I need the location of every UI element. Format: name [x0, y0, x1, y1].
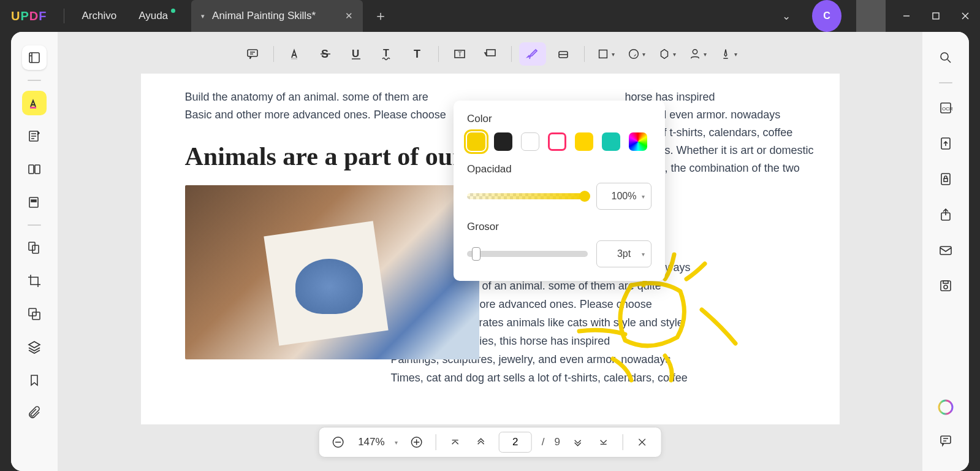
- tab-close-icon[interactable]: ✕: [345, 10, 353, 21]
- next-page-button[interactable]: [568, 432, 588, 453]
- sign-tool[interactable]: ▾: [715, 42, 742, 66]
- first-page-button[interactable]: [445, 432, 466, 453]
- opacity-value[interactable]: 100%▾: [596, 183, 651, 210]
- edit-text-button[interactable]: [22, 124, 47, 148]
- prev-page-button[interactable]: [471, 432, 492, 453]
- caret-icon: ▾: [642, 193, 645, 200]
- swatch-black[interactable]: [494, 132, 512, 151]
- menu-file[interactable]: Archivo: [70, 10, 127, 22]
- zoom-in-button[interactable]: [406, 432, 427, 453]
- caret-icon: ▾: [642, 51, 645, 58]
- app-logo: UPDF: [11, 9, 47, 23]
- zoom-level[interactable]: 147%: [353, 436, 389, 448]
- eraser-tool[interactable]: [550, 42, 577, 66]
- squiggly-tool[interactable]: T: [373, 42, 400, 66]
- tab-title: Animal Painting Skills*: [212, 10, 338, 22]
- thickness-slider[interactable]: [467, 251, 588, 257]
- svg-rect-7: [29, 165, 34, 174]
- share-button[interactable]: [933, 202, 958, 227]
- redact-button[interactable]: [22, 190, 47, 215]
- window-minimize-button[interactable]: [892, 0, 921, 32]
- caret-icon[interactable]: ▾: [395, 439, 398, 446]
- window-close-button[interactable]: [951, 0, 980, 32]
- opacity-slider[interactable]: [467, 193, 588, 199]
- brand-ring-icon[interactable]: [937, 399, 954, 416]
- callout-tool[interactable]: [477, 42, 504, 66]
- zoom-out-button[interactable]: [327, 432, 348, 453]
- strikethrough-tool[interactable]: S: [312, 42, 339, 66]
- svg-rect-38: [487, 50, 495, 56]
- menu-help[interactable]: Ayuda: [127, 10, 179, 22]
- layers-button[interactable]: [22, 335, 47, 359]
- highlighter-tool-button[interactable]: [22, 91, 47, 115]
- slider-thumb[interactable]: [472, 247, 481, 261]
- swatch-pink[interactable]: [548, 132, 566, 151]
- caret-icon: ▾: [704, 51, 707, 58]
- attachment-button[interactable]: [22, 401, 47, 426]
- swatch-teal[interactable]: [602, 132, 620, 151]
- swatch-custom[interactable]: [629, 132, 647, 151]
- reader-mode-button[interactable]: [22, 45, 47, 70]
- svg-rect-8: [35, 165, 40, 174]
- swatch-yellow2[interactable]: [575, 132, 593, 151]
- page-total: 9: [552, 436, 562, 448]
- svg-rect-25: [943, 281, 948, 283]
- ocr-button[interactable]: OCR: [933, 96, 958, 120]
- text-tool[interactable]: T: [404, 42, 431, 66]
- svg-rect-20: [944, 178, 948, 182]
- signature-tool[interactable]: ▾: [684, 42, 711, 66]
- search-button[interactable]: [933, 45, 958, 70]
- left-sidebar: [11, 32, 58, 471]
- titlebar: UPDF Archivo Ayuda ▾ Animal Painting Ski…: [0, 0, 980, 32]
- divider: [511, 46, 512, 62]
- document-canvas[interactable]: S U T T T ▾ ▾ ▾ ▾ ▾ Build the anatomy of…: [58, 32, 922, 471]
- close-bar-button[interactable]: [632, 432, 653, 453]
- color-label: Color: [467, 113, 651, 125]
- stamp-tool[interactable]: ▾: [653, 42, 680, 66]
- highlight-tool[interactable]: [281, 42, 308, 66]
- add-tab-button[interactable]: ＋: [374, 7, 387, 25]
- compare-button[interactable]: [22, 236, 47, 260]
- shapes-tool[interactable]: ▾: [592, 42, 619, 66]
- svg-text:OCR: OCR: [942, 106, 953, 112]
- pencil-tool[interactable]: [519, 42, 546, 66]
- svg-rect-10: [31, 200, 36, 202]
- email-button[interactable]: [933, 238, 958, 262]
- user-avatar[interactable]: C: [812, 0, 841, 32]
- underline-tool[interactable]: U: [343, 42, 370, 66]
- svg-rect-22: [940, 247, 951, 255]
- swatch-yellow[interactable]: [467, 132, 485, 151]
- svg-point-24: [944, 285, 948, 289]
- document-tab[interactable]: ▾ Animal Painting Skills* ✕: [191, 0, 363, 32]
- divider: [273, 46, 274, 62]
- swatch-white[interactable]: [521, 132, 539, 151]
- color-swatches: [467, 132, 651, 151]
- workspace: OCR S U T T T ▾ ▾ ▾ ▾: [11, 32, 969, 471]
- sticker-tool[interactable]: ▾: [623, 42, 650, 66]
- svg-rect-1: [933, 13, 939, 19]
- titlebar-chevron-icon[interactable]: ⌄: [772, 0, 801, 32]
- page-separator: /: [539, 436, 547, 448]
- bookmark-button[interactable]: [22, 368, 47, 392]
- thickness-value[interactable]: 3pt▾: [596, 240, 651, 267]
- page-input[interactable]: 2: [499, 432, 532, 453]
- window-maximize-button[interactable]: [921, 0, 951, 32]
- save-button[interactable]: [933, 274, 958, 298]
- textbox-tool[interactable]: T: [446, 42, 473, 66]
- convert-button[interactable]: [933, 131, 958, 156]
- svg-rect-28: [248, 50, 257, 56]
- tab-chevron-icon: ▾: [201, 12, 205, 20]
- crop-button[interactable]: [22, 269, 47, 293]
- divider: [28, 80, 41, 81]
- opacity-label: Opacidad: [467, 163, 651, 175]
- slider-thumb[interactable]: [579, 191, 590, 202]
- batch-button[interactable]: [22, 302, 47, 326]
- caret-icon: ▾: [612, 51, 615, 58]
- svg-rect-19: [941, 174, 950, 185]
- protect-button[interactable]: [933, 167, 958, 191]
- comments-panel-button[interactable]: [933, 428, 958, 453]
- menu-help-label: Ayuda: [139, 10, 168, 21]
- last-page-button[interactable]: [593, 432, 614, 453]
- comment-tool[interactable]: [239, 42, 266, 66]
- pages-organize-button[interactable]: [22, 157, 47, 182]
